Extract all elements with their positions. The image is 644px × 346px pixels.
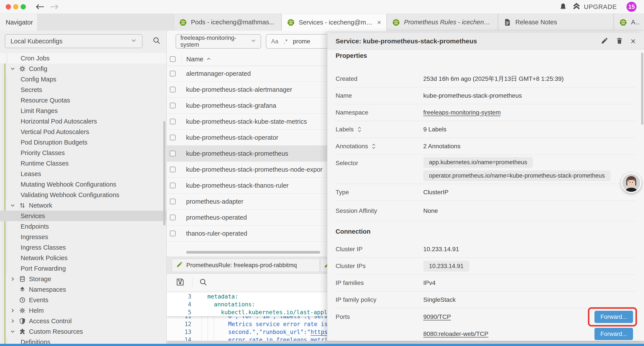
sidebar-item-events[interactable]: Events — [0, 295, 166, 305]
forward-button[interactable]: Forward... — [594, 311, 633, 323]
sidebar-item-services[interactable]: Services — [0, 211, 166, 221]
sidebar-item-endpoints[interactable]: Endpoints — [0, 221, 166, 232]
editor-search-button[interactable] — [199, 278, 207, 287]
sidebar-item-custom-resources[interactable]: Custom Resources — [0, 326, 166, 337]
sidebar-item-network[interactable]: Network — [0, 200, 166, 211]
sidebar-item-limit-ranges[interactable]: Limit Ranges — [0, 106, 166, 116]
close-window-button[interactable] — [6, 4, 11, 9]
editor-tab-prometheusrule[interactable]: PrometheusRule: freeleaps-prod-rabbitmq — [172, 259, 320, 272]
sidebar-item-secrets[interactable]: Secrets — [0, 84, 166, 95]
chevron-right-icon[interactable] — [10, 276, 15, 282]
edit-pencil-icon[interactable] — [601, 37, 608, 45]
row-checkbox[interactable] — [170, 215, 176, 220]
row-checkbox[interactable] — [170, 119, 176, 124]
tab-prometheus[interactable]: Prometheus Rules - icecheng... — [387, 14, 498, 31]
sidebar-item-config[interactable]: Config — [0, 63, 166, 74]
save-button[interactable] — [176, 278, 185, 288]
chevron-down-icon[interactable] — [10, 329, 15, 334]
sidebar-item-ingresses[interactable]: Ingresses — [0, 232, 166, 242]
sidebar-item-validating-webhook-configurations[interactable]: Validating Webhook Configurations — [0, 190, 166, 200]
delete-trash-icon[interactable] — [616, 37, 623, 45]
row-checkbox[interactable] — [170, 71, 176, 76]
sidebar-item-port-forwarding[interactable]: Port Forwarding — [0, 263, 166, 274]
sidebar-item-runtime-classes[interactable]: Runtime Classes — [0, 158, 166, 169]
table-row[interactable]: prometheus-adapter — [167, 194, 327, 210]
sidebar-item-ingress-classes[interactable]: Ingress Classes — [0, 242, 166, 253]
table-row[interactable]: kube-prometheus-stack-prometheus — [167, 146, 327, 162]
detail-scrollbar[interactable] — [641, 52, 643, 125]
chevron-down-icon[interactable] — [10, 66, 15, 71]
sidebar-search-button[interactable] — [152, 36, 161, 45]
table-row[interactable]: kube-prometheus-stack-prometheus-node-ex… — [167, 162, 327, 178]
sidebar-item-priority-classes[interactable]: Priority Classes — [0, 148, 166, 158]
table-row[interactable]: kube-prometheus-stack-thanos-ruler — [167, 178, 327, 194]
port-link[interactable]: 8080:reloader-web/TCP — [423, 331, 488, 338]
sidebar-item-helm[interactable]: Helm — [0, 305, 166, 316]
table-row[interactable]: alertmanager-operated — [167, 66, 327, 82]
row-checkbox[interactable] — [170, 231, 176, 236]
minimize-window-button[interactable] — [13, 4, 18, 9]
sidebar-item-resource-quotas[interactable]: Resource Quotas — [0, 95, 166, 106]
row-checkbox[interactable] — [170, 183, 176, 188]
sidebar-item-vertical-pod-autoscalers[interactable]: Vertical Pod Autoscalers — [0, 127, 166, 137]
sidebar-item-network-policies[interactable]: Network Policies — [0, 253, 166, 263]
port-link[interactable]: 9090/TCP — [423, 313, 451, 320]
namespace-link[interactable]: freeleaps-monitoring-system — [423, 109, 501, 116]
chevron-right-icon[interactable] — [10, 319, 15, 324]
table-row[interactable]: thanos-ruler-operated — [167, 226, 327, 242]
yaml-editor[interactable]: 110","for":"1m","labels":{"service":"12M… — [167, 293, 327, 341]
sidebar-item-mutating-webhook-configurations[interactable]: Mutating Webhook Configurations — [0, 179, 166, 190]
maximize-window-button[interactable] — [20, 4, 26, 9]
yaml-link[interactable]: https://net — [310, 329, 327, 335]
close-tab-icon[interactable]: × — [377, 19, 381, 26]
sidebar-item-storage[interactable]: Storage — [0, 274, 166, 284]
sidebar-item-cron-jobs[interactable]: Cron Jobs — [0, 53, 166, 63]
expand-collapse-icon[interactable] — [357, 126, 362, 133]
row-checkbox[interactable] — [170, 151, 176, 156]
table-row[interactable]: kube-prometheus-stack-alertmanager — [167, 82, 327, 98]
close-icon[interactable]: × — [631, 37, 636, 45]
sidebar-item-config-maps[interactable]: Config Maps — [0, 74, 166, 84]
sidebar-item-leases[interactable]: Leases — [0, 169, 166, 179]
chevron-down-icon[interactable] — [10, 203, 15, 208]
row-checkbox[interactable] — [170, 199, 176, 204]
table-row[interactable]: kube-prometheus-stack-grafana — [167, 98, 327, 114]
list-search-input[interactable]: Aa .* prome — [266, 34, 327, 49]
chevron-right-icon[interactable] — [10, 308, 15, 313]
namespace-filter-select[interactable]: freeleaps-monitoring-system — [176, 34, 261, 49]
back-button[interactable] — [35, 2, 45, 11]
sidebar-item-namespaces[interactable]: Namespaces — [0, 284, 166, 295]
forward-button[interactable]: Forward... — [594, 328, 633, 340]
horizontal-scrollbar[interactable] — [186, 251, 320, 254]
sidebar-scrollbar[interactable] — [163, 121, 166, 226]
table-row[interactable]: kube-prometheus-stack-kube-state-metrics — [167, 114, 327, 130]
sidebar-item-horizontal-pod-autoscalers[interactable]: Horizontal Pod Autoscalers — [0, 116, 166, 127]
select-all-checkbox[interactable] — [170, 56, 176, 62]
table-row[interactable]: prometheus-operated — [167, 210, 327, 226]
row-checkbox[interactable] — [170, 167, 176, 172]
notification-count-badge[interactable]: 15 — [626, 2, 636, 12]
case-sensitive-toggle[interactable]: Aa — [271, 38, 278, 45]
navigator-tab[interactable]: Navigator — [0, 14, 38, 31]
editor-tab-next[interactable] — [320, 259, 327, 272]
table-row[interactable]: kube-prometheus-stack-operator — [167, 130, 327, 146]
sidebar-item-access-control[interactable]: Access Control — [0, 316, 166, 326]
row-checkbox[interactable] — [170, 103, 176, 108]
sidebar-item-label: Config Maps — [20, 76, 56, 83]
sidebar-item-definitions[interactable]: Definitions — [0, 337, 166, 344]
name-column-header[interactable]: Name — [186, 56, 211, 63]
tab-pods[interactable]: Pods - icecheng@mathmas... — [174, 14, 282, 31]
tab-services[interactable]: Services - icecheng@math...× — [282, 14, 387, 31]
notifications-bell-button[interactable] — [559, 3, 567, 12]
expand-collapse-icon[interactable] — [372, 143, 376, 150]
row-checkbox[interactable] — [170, 87, 176, 92]
kubeconfig-selector[interactable]: Local Kubeconfigs — [5, 34, 142, 48]
upgrade-button[interactable]: UPGRADE — [572, 0, 617, 13]
tab-argo[interactable]: Argo Se — [614, 14, 644, 31]
user-avatar[interactable] — [621, 173, 641, 193]
forward-button[interactable] — [49, 2, 60, 11]
sidebar-item-pod-disruption-budgets[interactable]: Pod Disruption Budgets — [0, 137, 166, 148]
tab-release[interactable]: Release Notes — [498, 14, 614, 31]
row-checkbox[interactable] — [170, 135, 176, 140]
regex-toggle[interactable]: .* — [284, 38, 288, 45]
